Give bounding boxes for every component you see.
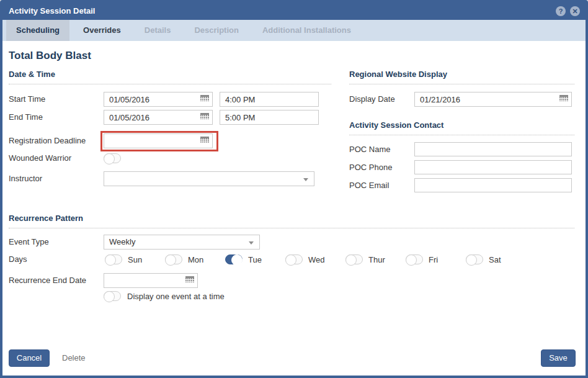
poc-phone-input[interactable] [414,160,572,174]
poc-email-input[interactable] [414,178,572,192]
dialog-title: Activity Session Detail [9,6,95,16]
calendar-icon[interactable] [200,113,209,119]
day-item-sun: Sun [105,254,165,264]
start-time-input[interactable] [220,92,319,107]
fri-label: Fri [429,255,438,264]
chevron-down-icon [303,178,308,184]
mon-toggle[interactable] [165,254,182,264]
registration-deadline-label: Registration Deadline [9,133,86,148]
day-item-wed: Wed [285,254,345,264]
recurrence-heading: Recurrence Pattern [9,214,574,228]
days-row: Sun Mon Tue Wed Thur Fri [105,254,526,264]
contact-heading: Activity Session Contact [349,120,574,135]
calendar-icon[interactable] [185,276,194,282]
tue-label: Tue [248,255,262,264]
registration-deadline-field [104,133,213,148]
day-item-fri: Fri [406,254,466,264]
tab-scheduling[interactable]: Scheduling [6,20,69,41]
poc-name-label: POC Name [349,142,390,157]
delete-link[interactable]: Delete [62,349,86,367]
start-date-field [104,92,213,107]
day-item-thur: Thur [345,254,406,264]
poc-name-input[interactable] [414,142,572,156]
close-icon[interactable]: ✕ [570,6,580,16]
display-one-event-toggle[interactable] [104,291,121,301]
thur-label: Thur [368,255,385,264]
activity-session-detail-dialog: Activity Session Detail ? ✕ Scheduling O… [0,0,588,378]
calendar-icon[interactable] [200,95,209,101]
display-date-field [414,92,572,107]
tue-toggle[interactable] [225,254,243,264]
day-item-sat: Sat [466,254,526,264]
recurrence-end-date-input[interactable] [104,273,198,288]
wounded-warrior-toggle[interactable] [104,153,121,163]
display-date-label: Display Date [349,92,395,107]
event-type-select[interactable]: Weekly [104,235,260,250]
sun-toggle[interactable] [105,254,122,264]
start-time-label: Start Time [9,92,45,107]
regional-heading: Regional Website Display [349,70,574,84]
thur-toggle[interactable] [345,254,363,264]
wed-label: Wed [308,255,325,264]
sun-label: Sun [128,255,142,264]
display-date-input[interactable] [414,92,572,107]
end-time-input[interactable] [220,110,319,125]
day-item-tue: Tue [225,254,285,264]
end-time-label: End Time [9,110,43,125]
cancel-button[interactable]: Cancel [9,349,50,367]
dialog-content: Total Body Blast Date & Time Start Time … [2,41,586,376]
recurrence-end-date-label: Recurrence End Date [9,273,86,288]
registration-deadline-input[interactable] [104,133,213,148]
end-date-input[interactable] [104,110,213,125]
instructor-label: Instructor [9,171,42,186]
tab-bar: Scheduling Overrides Details Description… [2,20,586,41]
wounded-warrior-label: Wounded Warrior [9,151,71,166]
event-type-value: Weekly [109,237,135,246]
days-label: Days [9,252,27,267]
help-icon[interactable]: ? [556,6,566,16]
date-time-heading: Date & Time [9,70,331,84]
mon-label: Mon [188,255,203,264]
event-type-label: Event Type [9,235,49,250]
calendar-icon[interactable] [559,95,568,101]
end-date-field [104,110,213,125]
instructor-select[interactable] [104,171,314,186]
display-one-event-row: Display one event at a time [104,291,225,301]
poc-email-label: POC Email [349,178,389,193]
start-date-input[interactable] [104,92,213,107]
sat-toggle[interactable] [466,254,483,264]
save-button[interactable]: Save [541,349,576,367]
tab-additional-installations: Additional Installations [252,20,361,41]
wed-toggle[interactable] [285,254,303,264]
sat-label: Sat [489,255,501,264]
activity-name-heading: Total Body Blast [9,50,91,62]
fri-toggle[interactable] [406,254,423,264]
display-one-event-label: Display one event at a time [127,292,225,301]
dialog-titlebar: Activity Session Detail ? ✕ [2,2,586,20]
chevron-down-icon [249,241,254,247]
tab-details: Details [135,20,181,41]
poc-phone-label: POC Phone [349,160,392,175]
calendar-icon[interactable] [200,137,209,143]
day-item-mon: Mon [165,254,225,264]
recurrence-end-date-field [104,273,198,288]
tab-overrides[interactable]: Overrides [73,20,131,41]
tab-description: Description [184,20,249,41]
